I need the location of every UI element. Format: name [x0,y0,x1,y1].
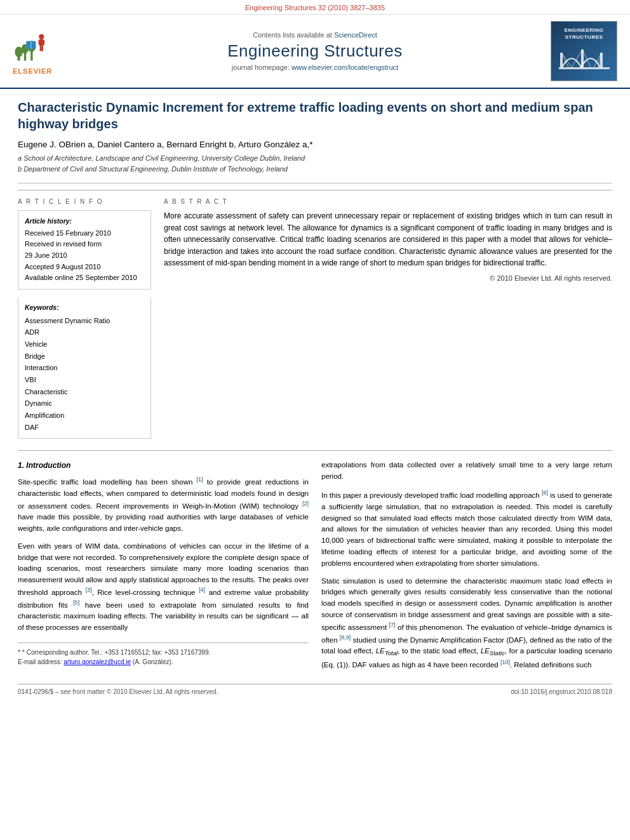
svg-rect-11 [41,46,43,51]
svg-rect-9 [43,40,44,44]
email-link[interactable]: arturo.gonzalez@ucd.ie [64,658,131,665]
keyword-3: Vehicle [25,338,144,350]
abstract-col: A B S T R A C T More accurate assessment… [164,198,612,439]
keyword-1: Assessment Dynamic Ratio [25,315,144,327]
copyright-line: © 2010 Elsevier Ltd. All rights reserved… [164,274,612,282]
journal-icon-area: ENGINEERING STRUCTURES [547,21,617,81]
svg-rect-10 [40,46,42,51]
article-info-abstract: A R T I C L E I N F O Article history: R… [18,190,612,439]
article-history-box: Article history: Received 15 February 20… [18,210,151,290]
article-info-col: A R T I C L E I N F O Article history: R… [18,198,151,439]
footnote-email: E-mail address: arturo.gonzalez@ucd.ie (… [18,657,309,667]
body-content: 1. Introduction Site-specific traffic lo… [18,450,612,677]
svg-rect-8 [39,40,41,44]
bridge-icon [559,43,610,75]
keyword-5: Interaction [25,362,144,374]
right-para1: extrapolations from data collected over … [321,460,612,483]
keyword-10: DAF [25,422,144,434]
abstract-text: More accurate assessment of safety can p… [164,210,612,269]
svg-rect-14 [559,67,610,69]
sciencedirect-link[interactable]: ScienceDirect [334,31,377,39]
keyword-4: Bridge [25,350,144,363]
affiliation-b: b Department of Civil and Structural Eng… [18,164,612,175]
abstract-label: A B S T R A C T [164,198,612,205]
elsevier-wordmark: ELSEVIER [13,67,83,75]
intro-para1: Site-specific traffic load modelling has… [18,476,309,535]
keywords-label: Keywords: [25,302,144,314]
right-para3: Static simulation is used to determine t… [321,576,612,671]
elsevier-logo-area: ELSEVIER [13,28,83,75]
keyword-2: ADR [25,326,144,338]
keyword-9: Amplification [25,410,144,422]
intro-heading: 1. Introduction [18,460,309,472]
available-date: Available online 25 September 2010 [25,272,144,284]
journal-header-center: Contents lists available at ScienceDirec… [83,31,547,71]
journal-header: ELSEVIER Contents lists available at Sci… [0,15,630,89]
keyword-8: Dynamic [25,397,144,410]
doi-text: doi:10.1016/j.engstruct.2010.08.018 [511,688,612,695]
issn-text: 0141-0296/$ – see front matter © 2010 El… [18,688,218,695]
elsevier-tree-icon [13,28,57,63]
es-journal-icon: ENGINEERING STRUCTURES [551,21,617,81]
main-content: Characteristic Dynamic Increment for ext… [0,89,630,708]
right-para2: In this paper a previously developed tra… [321,489,612,570]
affiliation-a: a School of Architecture, Landscape and … [18,153,612,164]
svg-point-6 [39,34,44,39]
body-right-col: extrapolations from data collected over … [321,460,612,677]
keywords-box: Keywords: Assessment Dynamic Ratio ADR V… [18,297,151,439]
divider [18,183,612,183]
citation-bar: Engineering Structures 32 (2010) 3827–38… [0,0,630,15]
body-left-col: 1. Introduction Site-specific traffic lo… [18,460,309,677]
revised-date: 29 June 2010 [25,250,144,262]
affiliations: a School of Architecture, Landscape and … [18,153,612,174]
homepage-line: journal homepage: www.elsevier.com/locat… [83,63,547,71]
accepted-date: Accepted 9 August 2010 [25,262,144,273]
article-info-label: A R T I C L E I N F O [18,198,151,205]
authors-line: Eugene J. OBrien a, Daniel Cantero a, Be… [18,140,612,149]
citation-text: Engineering Structures 32 (2010) 3827–38… [245,4,385,11]
contents-available-line: Contents lists available at ScienceDirec… [83,31,547,39]
footnotes: * * Corresponding author. Tel.: +353 171… [18,643,309,667]
journal-title: Engineering Structures [83,41,547,61]
intro-para2: Even with years of WIM data, combination… [18,541,309,634]
footnote-star-note: * * Corresponding author. Tel.: +353 171… [18,647,309,658]
homepage-link[interactable]: www.elsevier.com/locate/engstruct [292,63,398,71]
bottom-bar: 0141-0296/$ – see front matter © 2010 El… [18,684,612,695]
history-label: Article history: [25,216,144,227]
keyword-7: Characteristic [25,386,144,398]
article-title: Characteristic Dynamic Increment for ext… [18,99,612,132]
keyword-6: VBI [25,374,144,386]
received-date: Received 15 February 2010 [25,228,144,239]
received-revised-label: Received in revised form [25,239,144,250]
